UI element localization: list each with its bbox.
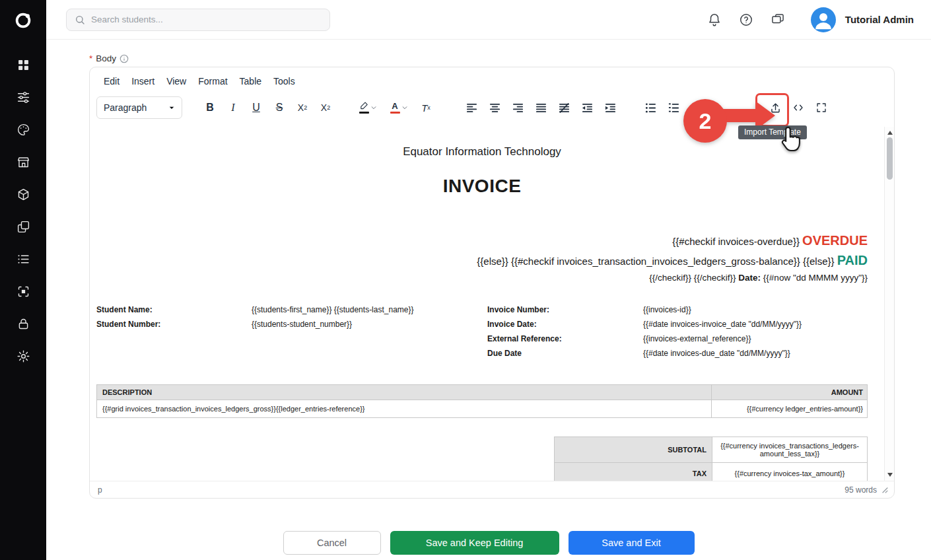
field-label: External Reference:: [487, 332, 643, 346]
text-color-button[interactable]: A: [384, 96, 414, 119]
outdent-button[interactable]: [576, 96, 598, 119]
field-label: Student Number:: [96, 317, 252, 332]
avatar: [811, 7, 836, 32]
sliders-icon: [17, 90, 30, 104]
app-logo[interactable]: [0, 0, 46, 41]
editor-toolbar: Paragraph B I U S X2 X2 A: [90, 92, 894, 127]
invoice-title: INVOICE: [96, 176, 868, 197]
invoice-fields: Invoice Number:{{invoices-id}} Invoice D…: [487, 302, 802, 361]
sidebar-item-scan[interactable]: [0, 275, 46, 308]
editor-menubar: Edit Insert View Format Table Tools: [90, 67, 894, 92]
help-button[interactable]: [733, 7, 759, 33]
fields-section: Student Name:{{students-first_name}} {{s…: [96, 302, 868, 361]
fullscreen-button[interactable]: [810, 96, 833, 119]
align-justify-button[interactable]: [530, 96, 552, 119]
chevron-down-icon[interactable]: [370, 104, 377, 111]
sidebar-item-security[interactable]: [0, 308, 46, 340]
word-count: 95 words: [845, 485, 877, 495]
sidebar-item-theme[interactable]: [0, 114, 46, 146]
sidebar-item-dashboard[interactable]: [0, 49, 46, 81]
field-label: Invoice Date:: [487, 317, 643, 332]
invoice-template-document: Equator Information Technology INVOICE {…: [96, 145, 868, 481]
sidebar-item-store[interactable]: [0, 146, 46, 178]
resize-handle[interactable]: [881, 486, 889, 494]
store-icon: [17, 155, 30, 169]
clear-formatting-button[interactable]: Tx: [415, 96, 437, 119]
source-code-button[interactable]: [787, 96, 810, 119]
scroll-up-arrow[interactable]: [885, 128, 894, 137]
editor-content-area[interactable]: Equator Information Technology INVOICE {…: [90, 127, 894, 481]
chevron-down-icon[interactable]: [401, 104, 408, 111]
sidebar-item-settings-sliders[interactable]: [0, 81, 46, 114]
subtotal-label: SUBTOTAL: [555, 437, 712, 463]
indent-button[interactable]: [599, 96, 621, 119]
align-right-icon: [512, 102, 524, 114]
save-and-keep-editing-button[interactable]: Save and Keep Editing: [390, 531, 559, 555]
strikethrough-button[interactable]: S: [268, 96, 291, 119]
save-and-exit-button[interactable]: Save and Exit: [569, 531, 695, 555]
subscript-button[interactable]: X2: [291, 96, 314, 119]
sidebar-item-lists[interactable]: [0, 243, 46, 275]
format-select-value: Paragraph: [104, 102, 147, 113]
chat-icon: [771, 13, 785, 27]
line-items-table: DESCRIPTION AMOUNT {{#grid invoices_tran…: [96, 384, 868, 418]
sidebar-item-templates[interactable]: [0, 211, 46, 243]
editor-statusbar: p 95 words: [90, 481, 894, 498]
highlight-color-button[interactable]: [353, 96, 383, 119]
gear-icon: [17, 349, 30, 363]
sidebar-item-products[interactable]: [0, 178, 46, 211]
numbered-list-button[interactable]: [662, 96, 685, 119]
table-header-row: DESCRIPTION AMOUNT: [97, 385, 868, 400]
user-menu[interactable]: Tutorial Admin: [811, 7, 914, 32]
search-input[interactable]: [91, 15, 322, 24]
superscript-button[interactable]: X2: [314, 96, 337, 119]
checkif-overdue-token: {{#checkif invoices-overdue}}: [672, 236, 800, 247]
align-center-button[interactable]: [483, 96, 506, 119]
import-template-button[interactable]: [764, 96, 786, 119]
indent-icon: [605, 102, 616, 114]
menu-edit[interactable]: Edit: [98, 73, 125, 92]
table-row: {{#grid invoices_transaction_invoices_le…: [97, 400, 868, 418]
tax-value: {{#currency invoices-tax_amount}}: [712, 463, 868, 481]
scan-icon: [17, 285, 30, 298]
paragraph-format-select[interactable]: Paragraph: [96, 96, 182, 119]
bell-icon: [707, 13, 722, 27]
bold-button[interactable]: B: [199, 96, 221, 119]
checkif-balance-token: {{else}} {{#checkif invoices_transaction…: [477, 256, 834, 267]
person-icon: [811, 7, 836, 32]
menu-view[interactable]: View: [160, 73, 192, 92]
align-none-button[interactable]: [553, 96, 575, 119]
underline-button[interactable]: U: [245, 96, 267, 119]
scrollbar-thumb[interactable]: [887, 137, 893, 180]
editor-scrollbar[interactable]: [884, 127, 894, 481]
menu-insert[interactable]: Insert: [125, 73, 160, 92]
dashboard-icon: [17, 58, 30, 72]
sidebar: [0, 0, 46, 560]
upload-icon: [769, 102, 782, 114]
totals-table: SUBTOTAL {{#currency invoices_transactio…: [554, 437, 868, 481]
menu-format[interactable]: Format: [192, 73, 233, 92]
scroll-down-arrow[interactable]: [885, 470, 894, 479]
cancel-button[interactable]: Cancel: [283, 531, 381, 555]
alignment-group: [460, 96, 622, 119]
field-label: Student Name:: [96, 302, 252, 317]
messages-button[interactable]: [765, 7, 791, 33]
search-icon: [75, 15, 85, 25]
menu-tools[interactable]: Tools: [267, 73, 301, 92]
field-value: {{invoices-id}}: [643, 302, 691, 317]
info-icon[interactable]: [120, 54, 129, 63]
notifications-button[interactable]: [701, 7, 728, 33]
align-left-button[interactable]: [460, 96, 483, 119]
align-left-icon: [466, 102, 477, 114]
bullet-list-button[interactable]: [639, 96, 662, 119]
italic-button[interactable]: I: [222, 96, 244, 119]
list-icon: [17, 252, 30, 266]
menu-table[interactable]: Table: [234, 73, 267, 92]
subtotal-value: {{#currency invoices_transactions_ledger…: [712, 437, 868, 463]
insert-group: [764, 96, 833, 119]
subtotal-row: SUBTOTAL {{#currency invoices_transactio…: [555, 437, 868, 463]
align-right-button[interactable]: [506, 96, 529, 119]
sidebar-item-system-settings[interactable]: [0, 340, 46, 372]
palette-icon: [17, 123, 30, 137]
description-cell: {{#grid invoices_transaction_invoices_le…: [97, 400, 712, 418]
